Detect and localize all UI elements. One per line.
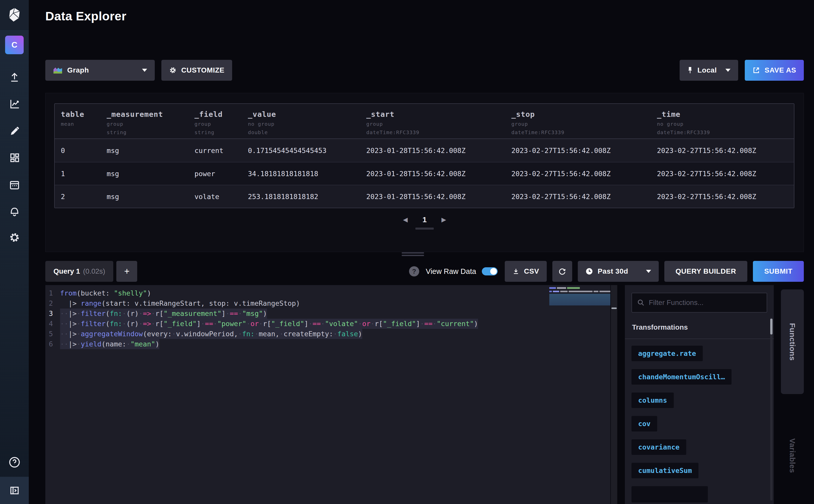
add-query-button[interactable]: + — [116, 261, 137, 282]
export-icon — [752, 66, 760, 74]
query-builder-button[interactable]: QUERY BUILDER — [664, 261, 747, 282]
view-raw-data-label: View Raw Data — [426, 267, 476, 276]
sidebar: C — [0, 0, 29, 504]
tab-functions[interactable]: Functions — [781, 289, 804, 394]
sidebar-item-help[interactable] — [0, 451, 29, 474]
view-raw-data-toggle[interactable] — [482, 267, 498, 275]
upload-icon — [9, 71, 20, 83]
avatar-letter: C — [11, 40, 17, 50]
table-cell: 253.1818181818182 — [248, 193, 366, 201]
view-type-dropdown[interactable]: Graph — [45, 60, 155, 81]
table-cell: msg — [107, 170, 194, 178]
table-header-row: tablemean_measurementgroupstring_fieldgr… — [55, 104, 794, 139]
column-header[interactable]: _startgroupdateTime:RFC3339 — [366, 104, 511, 138]
line-content: |> range(start: v.timeRangeStart, stop: … — [60, 298, 300, 309]
functions-panel: Transformations aggregate.ratechandeMome… — [625, 285, 774, 504]
table-row: 0msgcurrent0.171545454545454532023-01-28… — [55, 139, 794, 162]
bell-icon — [9, 205, 20, 217]
table-cell: 0 — [61, 147, 107, 155]
editor-line[interactable]: 6··|>·yield(name:·"mean") — [45, 339, 610, 349]
raw-data-panel: tablemean_measurementgroupstring_fieldgr… — [45, 93, 804, 252]
function-chip[interactable]: aggregate.rate — [631, 346, 703, 361]
function-chip-partial[interactable] — [631, 486, 708, 502]
table-cell: 2023-01-28T15:56:42.008Z — [366, 170, 511, 178]
view-type-label: Graph — [67, 66, 89, 74]
query-tab-label: Query 1 — [53, 267, 80, 275]
customize-button[interactable]: CUSTOMIZE — [161, 60, 232, 81]
function-search-box[interactable] — [631, 293, 767, 313]
submit-button[interactable]: SUBMIT — [753, 261, 804, 282]
column-header[interactable]: _measurementgroupstring — [107, 104, 194, 138]
code-editor[interactable]: 1from(bucket: "shelly")2 |> range(start:… — [45, 285, 610, 504]
line-content: ··|>·yield(name:·"mean") — [60, 339, 159, 349]
table-cell: power — [194, 170, 248, 178]
editor-line[interactable]: 2 |> range(start: v.timeRangeStart, stop… — [45, 298, 610, 309]
sidebar-item-home[interactable] — [0, 0, 29, 30]
refresh-button[interactable] — [552, 261, 572, 282]
column-header[interactable]: tablemean — [61, 104, 107, 138]
tab-query-1[interactable]: Query 1 (0.02s) — [45, 261, 113, 282]
expand-panel-icon — [9, 485, 20, 496]
pagination-underline — [415, 228, 434, 230]
download-icon — [512, 268, 520, 275]
table-cell: msg — [107, 193, 194, 201]
next-page-button[interactable]: ▶ — [441, 216, 446, 223]
chevron-down-icon — [142, 69, 147, 72]
editor-minimap[interactable] — [549, 287, 610, 305]
table-cell: 34.18181818181818 — [248, 170, 366, 178]
functions-scrollbar-thumb[interactable] — [770, 319, 773, 334]
time-range-dropdown[interactable]: Past 30d — [578, 261, 659, 282]
panel-resize-handle[interactable] — [402, 252, 424, 257]
sidebar-item-data-explorer[interactable] — [0, 92, 29, 115]
tab-variables[interactable]: Variables — [781, 430, 804, 481]
column-header[interactable]: _stopgroupdateTime:RFC3339 — [511, 104, 657, 138]
sidebar-item-upload[interactable] — [0, 66, 29, 89]
editor-resize-divider[interactable] — [611, 285, 617, 504]
editor-line[interactable]: 5··|>·aggregateWindow(every:·v.windowPer… — [45, 329, 610, 339]
function-chip[interactable]: cov — [631, 416, 657, 431]
line-number: 4 — [45, 319, 60, 329]
sidebar-item-dashboards[interactable] — [0, 146, 29, 169]
sidebar-item-alerts[interactable] — [0, 199, 29, 222]
minimap-selection — [549, 294, 610, 305]
table-cell: msg — [107, 147, 194, 155]
gear-icon — [169, 66, 177, 74]
function-chip[interactable]: columns — [631, 393, 674, 408]
function-chip[interactable]: cumulativeSum — [631, 463, 698, 478]
customize-label: CUSTOMIZE — [181, 66, 224, 74]
save-as-label: SAVE AS — [765, 66, 796, 74]
functions-scrollbar-track[interactable] — [770, 318, 773, 500]
save-as-button[interactable]: SAVE AS — [745, 60, 804, 81]
chevron-down-icon — [725, 69, 731, 72]
function-search-input[interactable] — [649, 299, 762, 307]
calendar-icon — [9, 179, 20, 191]
column-header[interactable]: _fieldgroupstring — [194, 104, 248, 138]
function-chip[interactable]: chandeMomentumOscill… — [631, 369, 732, 385]
chevron-down-icon — [646, 270, 651, 273]
column-header[interactable]: _timeno groupdateTime:RFC3339 — [657, 104, 794, 138]
function-chip[interactable]: covariance — [631, 439, 686, 455]
sidebar-item-settings[interactable] — [0, 226, 29, 249]
editor-line[interactable]: 4··|>·filter(fn:·(r)·=>·r["_field"]·==·"… — [45, 319, 610, 329]
sidebar-item-notebooks[interactable] — [0, 120, 29, 143]
prev-page-button[interactable]: ◀ — [403, 216, 408, 223]
editor-line[interactable]: 3··|>·filter(fn:·(r)·=>·r["_measurement"… — [45, 309, 610, 319]
refresh-icon — [558, 267, 566, 275]
raw-data-help-icon[interactable]: ? — [409, 266, 419, 276]
sidebar-item-tasks[interactable] — [0, 173, 29, 196]
gear-icon — [9, 232, 20, 243]
table-cell: current — [194, 147, 248, 155]
table-cell: 2023-02-27T15:56:42.008Z — [511, 193, 657, 201]
query-duration: (0.02s) — [83, 267, 105, 275]
csv-download-button[interactable]: CSV — [505, 261, 547, 282]
sidebar-expand-button[interactable] — [0, 477, 29, 504]
account-avatar[interactable]: C — [5, 36, 24, 54]
submit-label: SUBMIT — [764, 267, 793, 275]
divider-handle[interactable] — [611, 307, 617, 309]
editor-line[interactable]: 1from(bucket: "shelly") — [45, 288, 610, 298]
pin-icon — [687, 66, 693, 74]
column-header[interactable]: _valueno groupdouble — [248, 104, 366, 138]
write-target-label: Local — [697, 66, 717, 74]
line-content: ··|>·aggregateWindow(every:·v.windowPeri… — [60, 329, 362, 339]
write-target-dropdown[interactable]: Local — [680, 60, 738, 81]
